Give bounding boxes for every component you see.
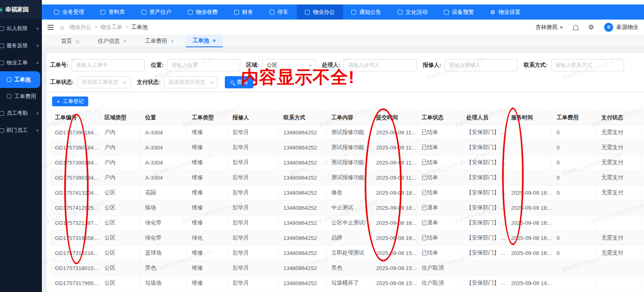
sidebar-item-access[interactable]: 出入权限∨ bbox=[0, 20, 42, 37]
nav-item-charge[interactable]: 物业收费 bbox=[180, 4, 226, 20]
nav-item-label: 设备预警 bbox=[452, 9, 474, 16]
sidebar-item-label: 部门员工 bbox=[7, 127, 28, 134]
notification-bell-icon[interactable] bbox=[573, 25, 578, 29]
table-row[interactable]: GD1757390184...户内A-3304维修彭华月13480864252测… bbox=[50, 170, 644, 185]
nav-item-alarm[interactable]: 设备预警 bbox=[436, 4, 482, 20]
close-icon[interactable]: × bbox=[123, 38, 126, 44]
cell-位置: A-3304 bbox=[140, 125, 187, 140]
nav-item-asset[interactable]: 资产住户 bbox=[133, 4, 180, 20]
contact-input[interactable]: 请输入联系方式 bbox=[551, 59, 624, 71]
annotation-note: 内容显示不全! bbox=[241, 66, 355, 89]
sidebar-item-workorder[interactable]: 物业工单∧ bbox=[0, 54, 42, 71]
column-header-2: 区域类型 bbox=[100, 110, 140, 125]
top-nav: 业务受理资料库资产住户物业收费财务停车物业办公通知公告文化活动设备预警⚙物业设置 bbox=[42, 4, 644, 20]
cell-联系方式: 13480864252 bbox=[278, 170, 326, 185]
table-row[interactable]: GD1757390184...户内A-3304维修彭华月13480864252测… bbox=[50, 140, 644, 155]
nav-item-parking[interactable]: 停车 bbox=[261, 4, 297, 20]
cell-服务时间: 2025-09-08 16:... bbox=[506, 246, 552, 260]
table-row[interactable]: GD1757390184...户内A-3304维修彭华月13480864252测… bbox=[50, 155, 644, 170]
column-header-3: 位置 bbox=[140, 110, 187, 125]
table-row[interactable]: GD1757318015...公区黑色维修彭华月13480864252黑色202… bbox=[50, 261, 644, 276]
culture-icon bbox=[398, 10, 402, 15]
cell-服务时间 bbox=[506, 170, 552, 185]
breadcrumb-separator: > bbox=[94, 24, 98, 30]
tab-工单费用[interactable]: 工单费用× bbox=[138, 35, 181, 47]
tab-label: 首页 bbox=[61, 37, 72, 45]
cell-支付状态: 无需支付 bbox=[596, 231, 641, 245]
order-no-input[interactable]: 请输入工单号 bbox=[72, 59, 145, 71]
nav-item-reception[interactable]: 业务受理 bbox=[46, 4, 92, 20]
cell-支付状态 bbox=[596, 276, 641, 290]
chevron-down-icon: ∨ bbox=[122, 80, 127, 85]
nav-item-culture[interactable]: 文化活动 bbox=[389, 4, 436, 20]
settings-icon: ⚙ bbox=[490, 10, 496, 15]
pay-status-select[interactable]: 请选择支付状态∨ bbox=[164, 76, 218, 88]
cell-区域类型: 公区 bbox=[100, 231, 140, 245]
charge-icon bbox=[188, 10, 193, 15]
nav-item-notice[interactable]: 通知公告 bbox=[343, 4, 389, 20]
table-row[interactable]: GD1757321387...公区绿化带维修彭华月13480864252公区中止… bbox=[50, 215, 644, 231]
table-row[interactable]: GD1757412925...公区操场维修彭华月13480864252中止测试2… bbox=[50, 200, 644, 215]
cell-提交时间: 2025-09-08 16:... bbox=[371, 215, 417, 230]
table-row[interactable]: GD1757318216...公区篮球场维修彭华月13480864252立即处理… bbox=[50, 246, 644, 261]
cell-工单类型: 维修 bbox=[187, 125, 228, 140]
cell-处理人员 bbox=[461, 261, 506, 275]
reporter-input[interactable]: 请输入报修人 bbox=[444, 59, 518, 71]
cell-工单内容: 测试报修功能 bbox=[326, 155, 371, 170]
cell-报修人: 彭华月 bbox=[228, 231, 278, 245]
cell-服务时间: 2025-09-09 14:... bbox=[506, 276, 552, 290]
table-row[interactable]: GD1757317995...公区垃圾场维修彭华月13480864252垃圾桶坏… bbox=[50, 276, 644, 291]
sidebar-item-feedback[interactable]: 服务反馈∨ bbox=[0, 37, 42, 54]
column-header-13: 支付状态 bbox=[596, 110, 641, 125]
cell-处理人员: 【安保部门】 ... bbox=[461, 246, 506, 260]
cell-区域类型: 公区 bbox=[100, 200, 140, 215]
tab-住户信息[interactable]: 住户信息× bbox=[91, 35, 133, 47]
register-workorder-button[interactable]: + 工单登记 bbox=[52, 97, 88, 106]
cell-位置: 篮球场 bbox=[140, 246, 187, 260]
table-row[interactable]: GD1757413204...公区花园维修彭华月13480864252修改202… bbox=[50, 185, 644, 200]
cell-工单类型: 维修 bbox=[187, 215, 228, 230]
sidebar-item-staff[interactable]: 部门员工∨ bbox=[0, 122, 42, 139]
settings-gear-icon[interactable]: ⚙ bbox=[588, 24, 594, 30]
user-menu[interactable]: 泰 泰源物业 bbox=[604, 23, 638, 32]
tab-工单池[interactable]: 工单池× bbox=[186, 35, 223, 47]
column-header-12: 工单费用 bbox=[552, 110, 596, 125]
cell-工单编号: GD1757318216... bbox=[50, 246, 100, 260]
sidebar-item-label: 工单费用 bbox=[14, 93, 36, 100]
feedback-icon bbox=[0, 44, 4, 48]
placeholder-text: 请输入位置 bbox=[172, 61, 198, 69]
cell-位置: 绿化带 bbox=[140, 215, 187, 230]
breadcrumb-item[interactable]: 物业办公 bbox=[70, 24, 91, 31]
column-header-5: 报修人 bbox=[228, 110, 278, 125]
table-row[interactable]: GD1757319658...公区绿化带绿化彭华月13480864252品牌20… bbox=[50, 231, 644, 246]
cell-处理人员: 【安保部门】 ... bbox=[461, 155, 506, 170]
nav-item-library[interactable]: 资料库 bbox=[92, 4, 133, 20]
nav-item-settings[interactable]: ⚙物业设置 bbox=[482, 4, 529, 20]
cell-操作: 详情 bbox=[641, 125, 644, 140]
cell-工单费用: 0 bbox=[552, 125, 596, 140]
sidebar-item-pool[interactable]: 工单池 bbox=[0, 71, 40, 88]
close-icon[interactable]: × bbox=[213, 37, 216, 44]
project-selector[interactable]: 杏林雅苑 ∨ bbox=[535, 24, 563, 31]
cell-提交时间: 2025-09-09 18:... bbox=[371, 185, 417, 200]
close-icon[interactable]: × bbox=[171, 38, 174, 44]
sidebar-item-attendance[interactable]: 员工考勤∨ bbox=[0, 105, 42, 122]
cell-报修人: 彭华月 bbox=[228, 261, 278, 275]
location-input[interactable]: 请输入位置 bbox=[167, 59, 240, 71]
order-status-select[interactable]: 请选择工单状态∨ bbox=[77, 76, 131, 88]
cell-支付状态 bbox=[596, 215, 641, 230]
breadcrumb-item[interactable]: 物业工单 bbox=[100, 24, 122, 31]
nav-item-office[interactable]: 物业办公 bbox=[297, 4, 343, 20]
nav-item-finance[interactable]: 财务 bbox=[226, 4, 261, 20]
collapse-sidebar-icon[interactable] bbox=[48, 27, 54, 28]
cell-区域类型: 公区 bbox=[100, 261, 140, 275]
project-name: 杏林雅苑 bbox=[535, 24, 557, 31]
cell-位置: 垃圾场 bbox=[140, 276, 187, 290]
sidebar-item-order-fee[interactable]: 工单费用 bbox=[0, 88, 42, 105]
cell-工单状态: 已结单 bbox=[417, 125, 461, 140]
table-row[interactable]: GD1757390184...户内A-3304维修彭华月13480864252测… bbox=[50, 125, 644, 140]
column-header-14: 操作 bbox=[641, 110, 644, 125]
nav-item-label: 资产住户 bbox=[150, 9, 172, 16]
tab-首页[interactable]: 首页⌂ bbox=[54, 35, 86, 47]
home-icon[interactable]: ⌂ bbox=[60, 24, 64, 31]
